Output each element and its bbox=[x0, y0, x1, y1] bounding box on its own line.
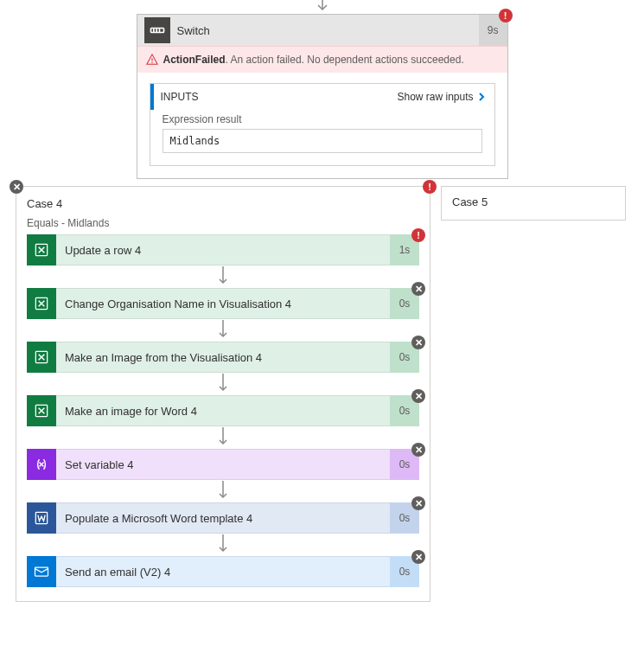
flow-arrow bbox=[27, 480, 419, 502]
action-make-image-from-vis[interactable]: ✕ Make an Image from the Visualisation 4… bbox=[27, 342, 419, 373]
case-5-card[interactable]: Case 5 bbox=[441, 186, 626, 221]
inputs-label: INPUTS bbox=[161, 91, 391, 103]
chevron-right-icon bbox=[477, 93, 486, 101]
case-4-condition: Equals - Midlands bbox=[27, 217, 419, 229]
action-label: Update a row 4 bbox=[56, 234, 390, 265]
switch-header[interactable]: Switch 9s bbox=[137, 15, 507, 46]
action-make-image-for-word[interactable]: ✕ Make an image for Word 4 0s bbox=[27, 395, 419, 426]
expression-result-value: Midlands bbox=[163, 129, 482, 153]
action-set-variable[interactable]: ✕ Set variable 4 0s bbox=[27, 449, 419, 480]
variable-icon bbox=[27, 449, 56, 480]
excel-icon bbox=[27, 288, 56, 319]
excel-icon bbox=[27, 395, 56, 426]
expression-result-label: Expression result bbox=[163, 113, 482, 125]
action-label: Make an image for Word 4 bbox=[56, 395, 390, 426]
error-text: ActionFailed. An action failed. No depen… bbox=[163, 54, 464, 66]
skip-badge-icon: ✕ bbox=[411, 336, 425, 349]
action-send-email[interactable]: ✕ Send an email (V2) 4 0s bbox=[27, 556, 419, 587]
skip-badge-icon: ✕ bbox=[10, 180, 23, 194]
error-badge-icon: ! bbox=[499, 9, 513, 22]
skip-badge-icon: ✕ bbox=[411, 550, 425, 564]
word-icon bbox=[27, 502, 56, 534]
action-label: Change Organisation Name in Visualisatio… bbox=[56, 288, 390, 319]
inputs-accent-bar bbox=[150, 84, 154, 110]
action-label: Set variable 4 bbox=[56, 449, 390, 480]
action-label: Send an email (V2) 4 bbox=[56, 556, 390, 587]
inputs-section: INPUTS Show raw inputs Expression result… bbox=[150, 83, 495, 166]
outlook-icon bbox=[27, 556, 56, 587]
flow-arrow-top bbox=[0, 0, 644, 14]
excel-icon bbox=[27, 342, 56, 373]
action-populate-word-template[interactable]: ✕ Populate a Microsoft Word template 4 0… bbox=[27, 502, 419, 534]
action-label: Make an Image from the Visualisation 4 bbox=[56, 342, 390, 373]
svg-rect-18 bbox=[35, 567, 48, 576]
skip-badge-icon: ✕ bbox=[411, 443, 425, 457]
error-badge-icon: ! bbox=[423, 180, 437, 194]
action-change-org-name[interactable]: ✕ Change Organisation Name in Visualisat… bbox=[27, 288, 419, 319]
case-5-title: Case 5 bbox=[452, 195, 615, 208]
error-badge-icon: ! bbox=[411, 228, 425, 242]
flow-arrow bbox=[27, 265, 419, 288]
flow-arrow bbox=[27, 534, 419, 556]
switch-icon bbox=[144, 17, 170, 43]
excel-icon bbox=[27, 234, 56, 265]
flow-arrow bbox=[27, 319, 419, 342]
svg-rect-16 bbox=[35, 512, 47, 523]
skip-badge-icon: ✕ bbox=[411, 496, 425, 510]
action-label: Populate a Microsoft Word template 4 bbox=[56, 502, 390, 534]
case-4-title: Case 4 bbox=[27, 197, 419, 210]
flow-arrow bbox=[27, 426, 419, 449]
switch-card[interactable]: ! Switch 9s ActionFailed. An action fail… bbox=[137, 14, 508, 179]
show-raw-inputs-link[interactable]: Show raw inputs bbox=[397, 91, 485, 103]
error-bar: ActionFailed. An action failed. No depen… bbox=[137, 46, 507, 73]
svg-point-6 bbox=[151, 62, 152, 63]
flow-arrow bbox=[27, 373, 419, 395]
case-4-card[interactable]: ✕ ! Case 4 Equals - Midlands ! Update a … bbox=[16, 186, 430, 602]
switch-title: Switch bbox=[177, 24, 472, 37]
skip-badge-icon: ✕ bbox=[411, 282, 425, 296]
action-update-row[interactable]: ! Update a row 4 1s bbox=[27, 234, 419, 265]
warning-icon bbox=[146, 54, 158, 66]
skip-badge-icon: ✕ bbox=[411, 389, 425, 403]
